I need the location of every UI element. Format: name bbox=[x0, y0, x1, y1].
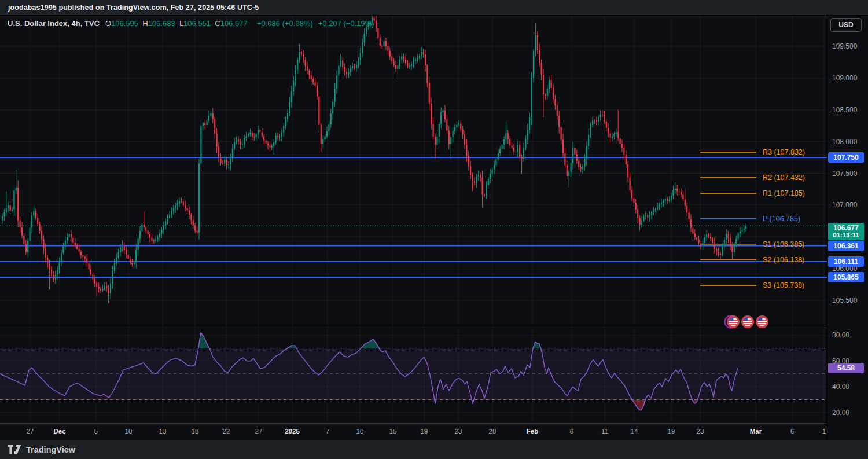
candle-body bbox=[193, 220, 194, 225]
tradingview-logo-text[interactable]: TradingView bbox=[26, 445, 75, 454]
candle-body bbox=[433, 124, 434, 137]
candle-body bbox=[403, 57, 404, 60]
candle-body bbox=[305, 60, 306, 67]
candle-body bbox=[527, 130, 528, 139]
candle-body bbox=[179, 201, 180, 204]
time-axis-label[interactable]: 19 bbox=[668, 428, 675, 435]
candle-body bbox=[120, 247, 121, 252]
candle-body bbox=[148, 231, 149, 234]
time-axis-label[interactable]: 27 bbox=[255, 428, 263, 435]
time-axis-label[interactable]: 6 bbox=[570, 428, 573, 435]
flag-icon[interactable] bbox=[725, 316, 739, 328]
time-axis-label[interactable]: 13 bbox=[159, 428, 167, 435]
candle-body bbox=[675, 189, 676, 190]
time-axis-label[interactable]: 22 bbox=[223, 428, 230, 435]
candle-body bbox=[704, 237, 705, 243]
candle-body bbox=[364, 34, 365, 42]
candle-body bbox=[608, 128, 609, 134]
flag-icon-part bbox=[728, 322, 738, 323]
candle-body bbox=[220, 157, 221, 163]
time-axis-label[interactable]: Dec bbox=[53, 428, 65, 435]
candle-body bbox=[545, 94, 546, 96]
candle-body bbox=[490, 174, 491, 179]
candle-body bbox=[299, 52, 300, 60]
candle-body bbox=[627, 164, 628, 177]
time-axis-label[interactable]: 14 bbox=[631, 428, 638, 435]
candle-body bbox=[649, 215, 650, 218]
candle-body bbox=[651, 212, 652, 215]
candle-body bbox=[588, 135, 589, 146]
flag-icon[interactable] bbox=[742, 316, 753, 327]
candle-body bbox=[86, 259, 87, 263]
candle-body bbox=[267, 144, 269, 146]
time-axis-label[interactable]: 6 bbox=[790, 428, 794, 435]
candle-body bbox=[484, 195, 485, 196]
currency-button[interactable]: USD bbox=[830, 18, 862, 32]
candle-body bbox=[177, 204, 178, 206]
candle-body bbox=[657, 207, 658, 209]
candle-body bbox=[523, 148, 524, 159]
time-axis-label[interactable]: 10 bbox=[125, 428, 133, 435]
candle-body bbox=[271, 146, 273, 148]
candle-body bbox=[421, 52, 422, 56]
candle-body bbox=[249, 133, 251, 134]
candle-body bbox=[39, 224, 41, 231]
candle-body bbox=[686, 206, 687, 212]
candle-body bbox=[346, 72, 347, 74]
candle-body bbox=[564, 153, 565, 165]
ohlc-values: O106.595 H106.683 L106.551 C106.677 bbox=[105, 19, 252, 28]
candle-body bbox=[79, 249, 80, 252]
price-axis-label: 108.500 bbox=[832, 106, 857, 114]
price-axis-label: 107.500 bbox=[832, 170, 857, 178]
time-axis-label[interactable]: 15 bbox=[389, 428, 397, 435]
candle-body bbox=[297, 60, 298, 69]
ohlc-value: 106.677 bbox=[220, 19, 252, 28]
time-axis-label[interactable]: 23 bbox=[455, 428, 462, 435]
time-axis[interactable]: 27Dec51013182227202571015192328Feb611141… bbox=[0, 423, 827, 440]
time-axis-label[interactable]: 7 bbox=[326, 428, 329, 435]
candle-body bbox=[131, 263, 133, 265]
time-axis-label[interactable]: 2025 bbox=[285, 428, 300, 435]
time-axis-label[interactable]: 27 bbox=[27, 428, 34, 435]
price-axis-label: 109.000 bbox=[832, 74, 857, 82]
candle-body bbox=[606, 122, 607, 128]
candle-body bbox=[647, 215, 648, 218]
rsi-axis-label: 40.00 bbox=[832, 383, 849, 391]
symbol-legend[interactable]: U.S. Dollar Index, 4h, TVC O106.595 H106… bbox=[8, 19, 374, 28]
candle-body bbox=[47, 258, 48, 264]
candle-body bbox=[584, 159, 585, 167]
time-axis-label[interactable]: 18 bbox=[192, 428, 199, 435]
candle-body bbox=[328, 124, 329, 131]
price-axis[interactable]: USD 109.500109.000108.500108.000107.5001… bbox=[827, 16, 868, 440]
time-axis-label[interactable]: 23 bbox=[697, 428, 704, 435]
candle-body bbox=[741, 230, 742, 231]
time-axis-label[interactable]: 5 bbox=[94, 428, 98, 435]
time-axis-label[interactable]: 19 bbox=[421, 428, 428, 435]
change-ext-value: +0.207 (+0.19%) bbox=[318, 19, 374, 28]
candle-body bbox=[49, 263, 50, 270]
candle-body bbox=[690, 219, 692, 228]
time-axis-label[interactable]: 11 bbox=[601, 428, 608, 435]
candle-body bbox=[21, 227, 23, 236]
time-axis-label[interactable]: Feb bbox=[527, 428, 538, 435]
candle-body bbox=[96, 283, 97, 287]
candle-body bbox=[692, 228, 693, 234]
price-line-badge: 106.361 bbox=[828, 241, 864, 251]
candle-body bbox=[495, 159, 496, 165]
time-axis-label[interactable]: 10 bbox=[356, 428, 364, 435]
candle-body bbox=[33, 211, 34, 216]
time-axis-label[interactable]: 1 bbox=[822, 428, 826, 435]
candle-body bbox=[745, 226, 746, 229]
candle-body bbox=[173, 208, 174, 211]
candle-body bbox=[122, 246, 123, 247]
time-axis-label[interactable]: Mar bbox=[750, 428, 762, 435]
candle-body bbox=[169, 214, 170, 218]
candle-body bbox=[321, 125, 322, 144]
candle-body bbox=[610, 134, 611, 138]
candle-body bbox=[578, 161, 579, 167]
flag-icon[interactable] bbox=[756, 316, 767, 327]
time-axis-label[interactable]: 28 bbox=[489, 428, 496, 435]
symbol-title[interactable]: U.S. Dollar Index, 4h, TVC bbox=[8, 19, 100, 28]
tradingview-logo-icon[interactable] bbox=[8, 445, 21, 454]
candle-body bbox=[2, 216, 3, 221]
